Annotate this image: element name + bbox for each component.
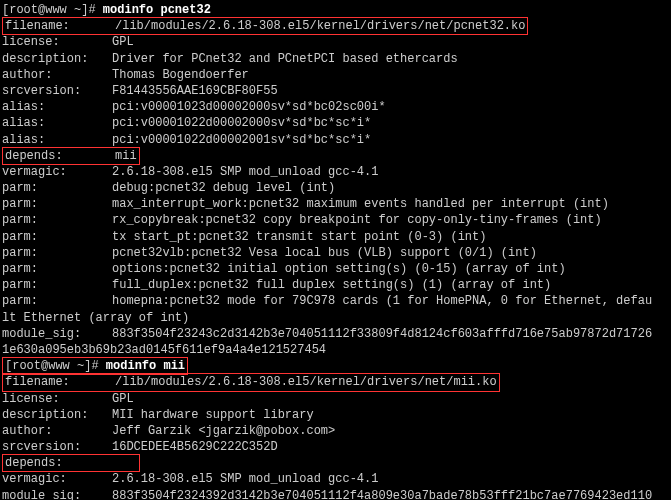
val: /lib/modules/2.6.18-308.el5/kernel/drive… [115, 19, 525, 33]
val: options:pcnet32 initial option setting(s… [112, 262, 566, 276]
val: MII hardware support library [112, 408, 314, 422]
val: Jeff Garzik <jgarzik@pobox.com> [112, 424, 335, 438]
val: debug:pcnet32 debug level (int) [112, 181, 335, 195]
kv-alias: alias:pci:v00001023d00002000sv*sd*bc02sc… [2, 99, 669, 115]
key: depends: [5, 455, 115, 471]
key: description: [2, 51, 112, 67]
kv-license: license:GPL [2, 34, 669, 50]
kv-srcversion: srcversion:F81443556AAE169CBF80F55 [2, 83, 669, 99]
key: alias: [2, 99, 112, 115]
kv-modulesig: module_sig:883f3504f2324392d3142b3e70405… [2, 488, 669, 500]
kv-modulesig: module_sig:883f3504f23243c2d3142b3e70405… [2, 326, 669, 342]
kv-vermagic: vermagic:2.6.18-308.el5 SMP mod_unload g… [2, 471, 669, 487]
kv-description: description:MII hardware support library [2, 407, 669, 423]
wrap-line: lt Ethernet (array of int) [2, 310, 669, 326]
highlight-box: filename:/lib/modules/2.6.18-308.el5/ker… [2, 373, 500, 391]
kv-depends: depends: [2, 455, 669, 471]
val: 2.6.18-308.el5 SMP mod_unload gcc-4.1 [112, 472, 378, 486]
kv-parm: parm:full_duplex:pcnet32 full duplex set… [2, 277, 669, 293]
key: parm: [2, 293, 112, 309]
val: 2.6.18-308.el5 SMP mod_unload gcc-4.1 [112, 165, 378, 179]
kv-depends: depends:mii [2, 148, 669, 164]
key: alias: [2, 132, 112, 148]
key: parm: [2, 212, 112, 228]
highlight-box: depends: [2, 454, 140, 472]
val: Driver for PCnet32 and PCnetPCI based et… [112, 52, 458, 66]
key: srcversion: [2, 439, 112, 455]
kv-author: author:Thomas Bogendoerfer [2, 67, 669, 83]
kv-parm: parm:options:pcnet32 initial option sett… [2, 261, 669, 277]
val: pci:v00001022d00002000sv*sd*bc*sc*i* [112, 116, 371, 130]
key: parm: [2, 277, 112, 293]
kv-vermagic: vermagic:2.6.18-308.el5 SMP mod_unload g… [2, 164, 669, 180]
highlight-box: filename:/lib/modules/2.6.18-308.el5/ker… [2, 17, 528, 35]
key: depends: [5, 148, 115, 164]
key: alias: [2, 115, 112, 131]
val: 16DCEDEE4B5629C222C352D [112, 440, 278, 454]
val: /lib/modules/2.6.18-308.el5/kernel/drive… [115, 375, 497, 389]
val: full_duplex:pcnet32 full duplex setting(… [112, 278, 551, 292]
key: srcversion: [2, 83, 112, 99]
kv-alias: alias:pci:v00001022d00002001sv*sd*bc*sc*… [2, 132, 669, 148]
key: license: [2, 391, 112, 407]
kv-parm: parm:max_interrupt_work:pcnet32 maximum … [2, 196, 669, 212]
key: filename: [5, 374, 115, 390]
val: max_interrupt_work:pcnet32 maximum event… [112, 197, 609, 211]
val: GPL [112, 392, 134, 406]
val: 883f3504f23243c2d3142b3e704051112f33809f… [112, 327, 652, 341]
key: author: [2, 423, 112, 439]
key: parm: [2, 245, 112, 261]
prompt-line-2[interactable]: [root@www ~]# modinfo mii [2, 358, 669, 374]
val: homepna:pcnet32 mode for 79C978 cards (1… [112, 294, 652, 308]
key: author: [2, 67, 112, 83]
kv-filename: filename:/lib/modules/2.6.18-308.el5/ker… [2, 18, 669, 34]
val: pci:v00001022d00002001sv*sd*bc*sc*i* [112, 133, 371, 147]
val: tx start_pt:pcnet32 transmit start point… [112, 230, 486, 244]
kv-filename: filename:/lib/modules/2.6.18-308.el5/ker… [2, 374, 669, 390]
val: F81443556AAE169CBF80F55 [112, 84, 278, 98]
val: pci:v00001023d00002000sv*sd*bc02sc00i* [112, 100, 386, 114]
kv-parm: parm:rx_copybreak:pcnet32 copy breakpoin… [2, 212, 669, 228]
key: filename: [5, 18, 115, 34]
kv-parm: parm:pcnet32vlb:pcnet32 Vesa local bus (… [2, 245, 669, 261]
val: mii [115, 149, 137, 163]
key: parm: [2, 196, 112, 212]
key: parm: [2, 261, 112, 277]
wrap-line: 1e630a095eb3b69b23ad0145f611ef9a4a4e1215… [2, 342, 669, 358]
key: vermagic: [2, 471, 112, 487]
prompt-prefix: [root@www ~]# [2, 3, 103, 17]
val: pcnet32vlb:pcnet32 Vesa local bus (VLB) … [112, 246, 537, 260]
key: module_sig: [2, 488, 112, 500]
highlight-box: depends:mii [2, 147, 140, 165]
kv-parm: parm:tx start_pt:pcnet32 transmit start … [2, 229, 669, 245]
kv-parm: parm:homepna:pcnet32 mode for 79C978 car… [2, 293, 669, 309]
key: parm: [2, 180, 112, 196]
kv-parm: parm:debug:pcnet32 debug level (int) [2, 180, 669, 196]
key: license: [2, 34, 112, 50]
val: rx_copybreak:pcnet32 copy breakpoint for… [112, 213, 602, 227]
key: parm: [2, 229, 112, 245]
command-text: modinfo pcnet32 [103, 3, 211, 17]
val: GPL [112, 35, 134, 49]
kv-srcversion: srcversion:16DCEDEE4B5629C222C352D [2, 439, 669, 455]
val: Thomas Bogendoerfer [112, 68, 249, 82]
prompt-prefix: [root@www ~]# [5, 359, 106, 373]
command-text: modinfo mii [106, 359, 185, 373]
key: vermagic: [2, 164, 112, 180]
prompt-line-1[interactable]: [root@www ~]# modinfo pcnet32 [2, 2, 669, 18]
kv-author: author:Jeff Garzik <jgarzik@pobox.com> [2, 423, 669, 439]
key: module_sig: [2, 326, 112, 342]
kv-description: description:Driver for PCnet32 and PCnet… [2, 51, 669, 67]
val: 883f3504f2324392d3142b3e704051112f4a809e… [112, 489, 652, 500]
key: description: [2, 407, 112, 423]
kv-alias: alias:pci:v00001022d00002000sv*sd*bc*sc*… [2, 115, 669, 131]
kv-license: license:GPL [2, 391, 669, 407]
